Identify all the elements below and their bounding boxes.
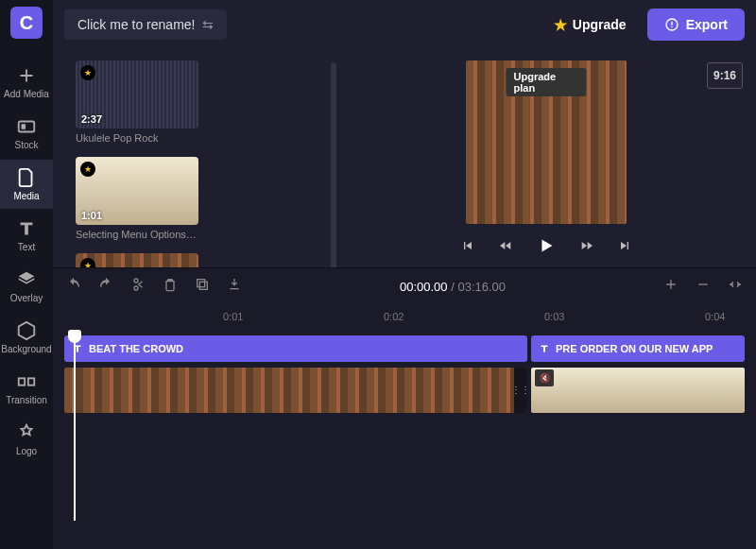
star-badge-icon: ★ [80, 162, 95, 177]
media-item[interactable]: ★ [76, 253, 198, 267]
clip-handle-icon[interactable]: ⋮⋮ [514, 368, 527, 413]
sidebar: C Add Media Stock Media Text Overlay Bac… [0, 0, 53, 549]
upgrade-button[interactable]: ★ Upgrade [542, 9, 638, 42]
export-button[interactable]: Export [647, 9, 745, 41]
duration-label: 2:37 [81, 113, 102, 125]
preview-frame[interactable]: Upgrade plan [466, 60, 627, 224]
nav-label: Add Media [4, 89, 49, 99]
text-clip[interactable]: PRE ORDER ON OUR NEW APP [531, 335, 745, 362]
app-logo[interactable]: C [10, 7, 43, 39]
plus-icon [16, 65, 37, 86]
star-badge-icon: ★ [80, 65, 95, 80]
nav-logo[interactable]: Logo [0, 415, 53, 464]
export-label: Export [686, 17, 728, 32]
svg-rect-2 [19, 378, 25, 385]
video-clip[interactable]: ⋮⋮ [64, 368, 527, 413]
sync-off-icon: ⇆ [202, 17, 214, 32]
ruler-tick: 0:01 [223, 311, 243, 322]
ruler-tick: 0:02 [384, 311, 404, 322]
rename-button[interactable]: Click me to rename! ⇆ [64, 9, 227, 40]
ruler-tick: 0:03 [544, 311, 564, 322]
zoom-out-icon[interactable] [696, 277, 711, 296]
skip-start-icon[interactable] [460, 238, 475, 257]
nav-add-media[interactable]: Add Media [0, 58, 53, 107]
rewind-icon[interactable] [498, 238, 513, 257]
svg-rect-1 [22, 124, 26, 129]
zoom-in-icon[interactable] [663, 277, 679, 296]
ruler-tick: 0:04 [705, 311, 725, 322]
svg-rect-7 [698, 283, 707, 284]
aspect-ratio-button[interactable]: 9:16 [707, 62, 743, 89]
nav-overlay[interactable]: Overlay [0, 262, 53, 311]
svg-rect-6 [198, 280, 205, 287]
preview-overlay-tag: Upgrade plan [507, 68, 587, 96]
export-icon [664, 17, 679, 32]
redo-icon[interactable] [98, 277, 113, 296]
preview-area: 9:16 Upgrade plan [336, 49, 756, 267]
nav-media[interactable]: Media [0, 160, 53, 209]
text-clip-label: PRE ORDER ON OUR NEW APP [556, 343, 713, 354]
background-icon [16, 320, 37, 341]
media-icon [16, 167, 37, 188]
stock-icon [16, 116, 37, 137]
svg-rect-0 [19, 122, 35, 132]
download-icon[interactable] [227, 277, 242, 296]
nav-label: Stock [14, 140, 38, 150]
media-title: Ukulele Pop Rock [76, 132, 198, 144]
svg-rect-5 [199, 282, 207, 289]
timeline-tracks: BEAT THE CROWD PRE ORDER ON OUR NEW APP … [53, 332, 756, 550]
playhead[interactable] [74, 332, 76, 521]
player-controls [460, 235, 632, 260]
nav-transition[interactable]: Transition [0, 364, 53, 413]
split-icon[interactable] [130, 277, 146, 296]
media-item[interactable]: ★ 1:01 Selecting Menu Options … [76, 157, 198, 240]
text-clip-label: BEAT THE CROWD [89, 343, 183, 354]
text-clip[interactable]: BEAT THE CROWD [64, 335, 527, 362]
topbar: Click me to rename! ⇆ ★ Upgrade Export [53, 0, 756, 49]
nav-background[interactable]: Background [0, 313, 53, 362]
skip-end-icon[interactable] [617, 238, 632, 257]
svg-rect-3 [28, 378, 34, 385]
nav-label: Overlay [10, 293, 43, 303]
media-item[interactable]: ★ 2:37 Ukulele Pop Rock [76, 60, 198, 144]
forward-icon[interactable] [579, 238, 594, 257]
upgrade-label: Upgrade [573, 17, 627, 32]
mute-icon[interactable]: 🔇 [535, 369, 554, 386]
play-icon[interactable] [536, 235, 557, 260]
time-readout: 00:00.00 / 03:16.00 [259, 280, 646, 294]
media-panel: ★ 2:37 Ukulele Pop Rock ★ 1:01 Selecting… [53, 49, 336, 267]
delete-icon[interactable] [163, 277, 178, 296]
nav-label: Logo [16, 446, 37, 456]
text-icon [539, 343, 550, 354]
overlay-icon [16, 269, 37, 290]
transition-icon [16, 371, 37, 392]
nav-label: Background [1, 344, 51, 354]
rename-label: Click me to rename! [77, 17, 195, 32]
timeline-toolbar: 00:00.00 / 03:16.00 [53, 267, 756, 305]
video-clip[interactable]: 🔇 [531, 368, 745, 413]
nav-label: Media [13, 191, 39, 201]
star-badge-icon: ★ [80, 258, 95, 267]
text-icon [16, 218, 37, 239]
copy-icon[interactable] [195, 277, 210, 296]
logo-icon [16, 422, 37, 443]
timeline-ruler[interactable]: 0:01 0:02 0:03 0:04 [53, 305, 756, 332]
nav-text[interactable]: Text [0, 211, 53, 260]
duration-label: 1:01 [81, 210, 102, 221]
star-icon: ★ [554, 16, 567, 34]
nav-label: Transition [6, 395, 47, 405]
undo-icon[interactable] [66, 277, 81, 296]
nav-stock[interactable]: Stock [0, 109, 53, 158]
fit-icon[interactable] [728, 277, 743, 296]
nav-label: Text [18, 242, 35, 252]
main-area: Click me to rename! ⇆ ★ Upgrade Export ★… [53, 0, 756, 549]
media-title: Selecting Menu Options … [76, 229, 198, 240]
